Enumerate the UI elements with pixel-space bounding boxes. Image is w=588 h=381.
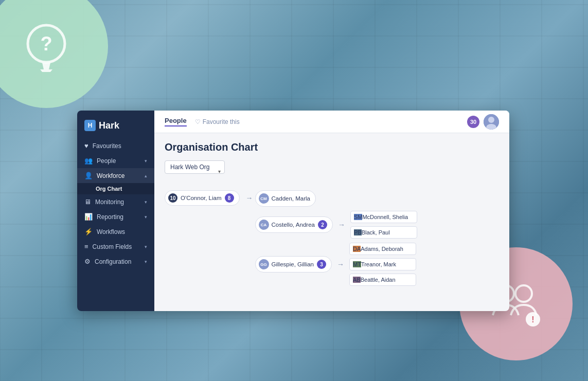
svg-text:?: ? (40, 33, 52, 55)
arrow-icon: → (337, 260, 344, 268)
favourite-label: Favourite this (203, 118, 240, 125)
sidebar-item-label: Monitoring (95, 198, 124, 206)
root-node-oconnor[interactable]: 10 O'Connor, Liam 8 (165, 190, 240, 206)
sidebar-item-label: Custom Fields (93, 243, 132, 250)
leaf-name-beattle: Beattle, Aidan (361, 277, 396, 283)
favourite-link[interactable]: ♡ Favourite this (195, 118, 240, 125)
logo-icon: H (84, 120, 96, 131)
sidebar-sub-label: Org Chart (96, 186, 122, 192)
costello-children: SM McDonnell, Shelia PB Black, Paul (350, 211, 417, 239)
svg-point-8 (488, 117, 494, 123)
sidebar-item-reporting[interactable]: 📊 Reporting ▾ (77, 209, 154, 224)
node-count-gillespie: 3 (317, 260, 326, 269)
avatar-mcdonell: SM (354, 214, 363, 220)
avatar-costello: CA (259, 220, 269, 230)
leaf-adams[interactable]: DA Adams, Deborah (349, 243, 416, 255)
leaf-beattle[interactable]: AB Beattle, Aidan (349, 274, 416, 286)
node-name-costello: Costello, Andrea (272, 222, 315, 228)
arrow-icon: → (338, 221, 345, 229)
sidebar-item-configuration[interactable]: ⚙ Configuration ▾ (77, 254, 154, 269)
main-panel: H Hark ♥ Favourites 👥 People ▾ 👤 Workfor… (77, 111, 509, 311)
leaf-mcdonell[interactable]: SM McDonnell, Shelia (350, 211, 417, 223)
sidebar-item-custom-fields[interactable]: ≡ Custom Fields ▾ (77, 239, 154, 254)
heart-icon: ♡ (195, 118, 201, 125)
avatar-adams: DA (353, 246, 361, 252)
main-content: People ♡ Favourite this 30 Organ (154, 111, 509, 311)
chevron-down-icon: ▾ (145, 244, 147, 249)
svg-marker-2 (40, 63, 52, 72)
sidebar-item-label: Workflows (97, 228, 125, 235)
root-left-count: 10 (168, 193, 177, 203)
app-logo: H Hark (77, 115, 154, 138)
monitoring-icon: 🖥 (84, 198, 91, 206)
root-name: O'Connor, Liam (181, 195, 222, 201)
reporting-icon: 📊 (84, 213, 93, 221)
chevron-down-icon: ▾ (145, 259, 147, 264)
sidebar-item-label: Workforce (97, 172, 124, 179)
org-chart: 10 O'Connor, Liam 8 → CM Cadden, Marla (165, 190, 499, 286)
org-level2: CM Cadden, Marla CA Costello, Andrea 2 → (255, 190, 417, 286)
leaf-name-mcdonell: McDonnell, Shelia (362, 214, 408, 220)
org-row-gillespie: GG Gillespie, Gillian 3 → DA Adams, Debo… (255, 243, 417, 286)
node-name-cadden: Cadden, Marla (272, 195, 310, 202)
sidebar-item-label: Favourites (93, 142, 121, 150)
leaf-treanor[interactable]: MT Treanor, Mark (349, 258, 416, 270)
gillespie-children: DA Adams, Deborah MT Treanor, Mark AB Be… (349, 243, 416, 286)
node-gillespie[interactable]: GG Gillespie, Gillian 3 (255, 256, 332, 273)
sidebar-item-label: Configuration (95, 258, 131, 265)
leaf-name-treanor: Treanor, Mark (361, 261, 396, 267)
avatar-cadden: CM (259, 193, 269, 204)
workforce-icon: 👤 (84, 172, 93, 179)
sidebar: H Hark ♥ Favourites 👥 People ▾ 👤 Workfor… (77, 111, 154, 311)
question-icon: ? (21, 21, 72, 72)
custom-fields-icon: ≡ (84, 243, 88, 250)
node-costello[interactable]: CA Costello, Andrea 2 (255, 216, 333, 233)
sidebar-sub-item-orgchart[interactable]: Org Chart (77, 183, 154, 194)
avatar-black: PB (354, 229, 362, 235)
chevron-down-icon: ▾ (145, 158, 147, 164)
chevron-down-icon: ▾ (145, 214, 147, 220)
chevron-down-icon: ▴ (145, 173, 147, 178)
leaf-name-black: Black, Paul (362, 229, 390, 235)
org-dropdown[interactable]: Hark Web Org (165, 160, 225, 174)
org-dropdown-wrapper: Hark Web Org (165, 160, 225, 182)
org-root-node: 10 O'Connor, Liam 8 → (165, 190, 255, 206)
chevron-down-icon: ▾ (145, 199, 147, 205)
root-right-count: 8 (225, 193, 234, 203)
tab-people[interactable]: People (165, 117, 187, 126)
sidebar-item-label: Reporting (97, 213, 123, 221)
content-header: People ♡ Favourite this 30 (154, 111, 509, 133)
org-row-cadden: CM Cadden, Marla (255, 190, 417, 207)
people-icon: 👥 (84, 157, 93, 165)
leaf-name-adams: Adams, Deborah (361, 246, 403, 252)
arrow-icon: → (246, 194, 253, 202)
header-right: 30 (467, 114, 499, 130)
notification-badge[interactable]: 30 (467, 116, 479, 128)
user-avatar[interactable] (484, 114, 499, 130)
heart-icon: ♥ (84, 142, 88, 150)
page-title: Organisation Chart (165, 141, 499, 153)
sidebar-item-favourites[interactable]: ♥ Favourites (77, 138, 154, 153)
sidebar-item-workforce[interactable]: 👤 Workforce ▴ (77, 168, 154, 183)
app-name: Hark (99, 120, 119, 131)
workflows-icon: ⚡ (84, 228, 93, 235)
header-left: People ♡ Favourite this (165, 117, 240, 126)
content-body: Organisation Chart Hark Web Org 10 O'Con… (154, 133, 509, 311)
config-icon: ⚙ (84, 258, 91, 265)
svg-point-4 (515, 285, 532, 302)
avatar-gillespie: GG (259, 259, 269, 269)
node-name-gillespie: Gillespie, Gillian (272, 261, 314, 267)
node-count-costello: 2 (318, 220, 327, 229)
org-row-costello: CA Costello, Andrea 2 → SM McDonnell, Sh… (255, 211, 417, 239)
avatar-treanor: MT (353, 261, 361, 267)
sidebar-item-monitoring[interactable]: 🖥 Monitoring ▾ (77, 194, 154, 209)
leaf-black[interactable]: PB Black, Paul (350, 226, 417, 239)
svg-text:!: ! (531, 315, 534, 324)
node-cadden[interactable]: CM Cadden, Marla (255, 190, 316, 207)
sidebar-item-workflows[interactable]: ⚡ Workflows (77, 224, 154, 239)
sidebar-item-label: People (97, 157, 116, 165)
avatar-beattle: AB (353, 277, 361, 283)
sidebar-item-people[interactable]: 👥 People ▾ (77, 153, 154, 168)
